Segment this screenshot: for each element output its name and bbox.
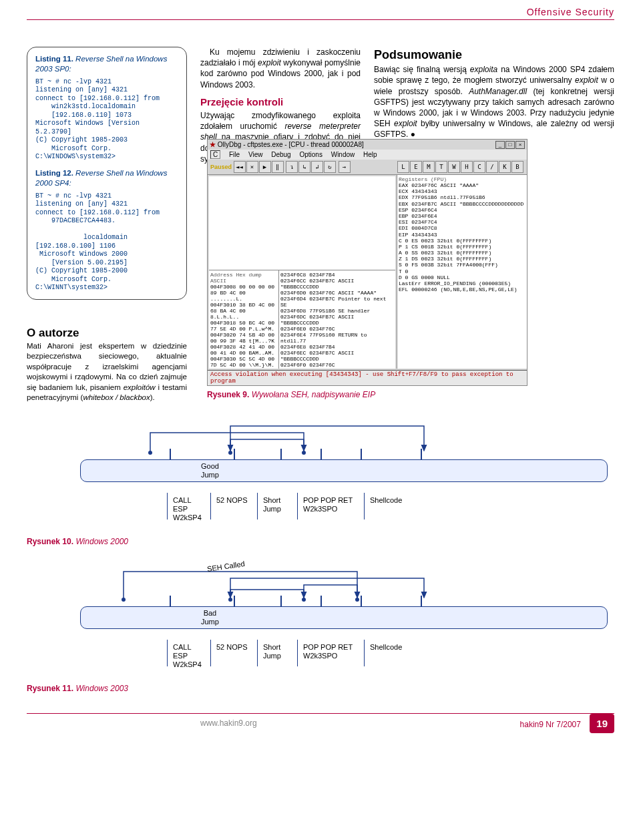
register-line: EDI 0804D7C8	[399, 225, 525, 231]
window-buttons: _□×	[495, 140, 525, 149]
stack-line: 0234F6F0 0234F76C	[280, 362, 394, 368]
ollydbg-screenshot: ★ OllyDbg - cftpstes.exe - [CPU - thread…	[207, 139, 527, 386]
svg-point-6	[228, 598, 232, 602]
toolbar-letter: H	[461, 161, 473, 173]
listing-11-box: Listing 11. Reverse Shell na Windows 200…	[27, 47, 187, 300]
r-em1: exploita	[470, 65, 497, 74]
diagram-entry: ShortJump	[257, 640, 297, 666]
stack-line: 0234F6D0 0234F76C ASCII "AAAA"	[280, 290, 394, 296]
stack-line: 0234F6CC 0234FB7C ASCII "BBBBCCCCDDD	[280, 278, 394, 290]
r-em2: exploit	[575, 75, 598, 85]
stack-line: 0234F6E4 77F95160 RETURN to ntdll.77	[280, 332, 394, 344]
footer-pagenum: 19	[590, 714, 614, 733]
register-line: S 0 FS 003B 32bit 7FFA4000(FFF)	[399, 262, 525, 268]
stack-line: 0234F6C8 0234F7B4	[280, 272, 394, 278]
register-line: ESP 0234F6C4	[399, 207, 525, 213]
fig10-label: Rysunek 10.	[27, 537, 73, 546]
toolbar-letter: B	[511, 161, 523, 173]
diagram-entry: POP POP RETW2k3SPO	[297, 493, 364, 519]
hex-line: 004F3018 50 BC 4C 00 77 5E 4D 00 P.L.w^M…	[210, 320, 277, 332]
diagram-entry: POP POP RETW2k3SPO	[297, 640, 364, 666]
svg-point-5	[302, 598, 306, 602]
diagram-entry: 52 NOPS	[210, 640, 257, 666]
svg-point-1	[302, 451, 306, 455]
svg-point-3	[122, 598, 126, 602]
hex-line: 004F3038 BB 5E 4D 00 00 1A 40 E8 .^M...@…	[210, 368, 277, 369]
footer-url: www.hakin9.org	[200, 718, 257, 728]
seh-called-label: SEH Called	[206, 560, 245, 573]
register-line: A 0 SS 0023 32bit 0(FFFFFFFF)	[399, 250, 525, 256]
about-author-heading: O autorze	[27, 327, 187, 340]
footer-issue: hakin9 Nr 7/2007	[520, 720, 581, 729]
stack-line: 0234F6EC 0234FB7C ASCII "BBBBCCCCDDD	[280, 350, 394, 362]
r-em4: exploit	[394, 119, 417, 128]
ollydbg-menubar: C File View Debug Options Window Help	[208, 150, 527, 160]
register-line: ECX 43434343	[399, 188, 525, 194]
about-author-em-1: exploitów	[124, 383, 156, 391]
register-line: C 0 ES 0023 32bit 0(FFFFFFFF)	[399, 238, 525, 244]
diagram-win2000: Good Jump CALL ESPW2kSP452 NOPSShortJump…	[27, 413, 614, 533]
bad-jump-label: Bad Jump	[201, 609, 219, 626]
diagram-win2003: SEH Called Bad Jump CALL ESPW2kSP452 NOP…	[27, 560, 614, 680]
registers-header: Registers (FPU)	[399, 176, 525, 182]
toolbar-icon: ◄◄	[234, 161, 246, 173]
about-author-text-3: ).	[150, 393, 155, 401]
toolbar-letter: C	[473, 161, 485, 173]
toolbar-letter: K	[499, 161, 511, 173]
r-p1a: Bawiąc się finalną wersją	[374, 65, 470, 74]
mid-p1-em: exploit	[258, 58, 281, 67]
register-line: Z 1 DS 0023 32bit 0(FFFFFFFF)	[399, 256, 525, 262]
hex-line: 004F3020 74 5B 4D 00 00 99 3F 4B t[M...?…	[210, 332, 277, 344]
fig9-caption: Wywołana SEH, nadpisywanie EIP	[252, 390, 375, 399]
listing-12-label: Listing 12.	[35, 169, 73, 177]
about-author-em-2: whitebox / blackbox	[83, 393, 150, 401]
ollydbg-paused: Paused	[210, 164, 232, 170]
register-line: LastErr ERROR_IO_PENDING (000003E5)	[399, 280, 525, 286]
section-podsumowanie: Podsumowanie	[374, 47, 614, 63]
register-line: EDX 77F951B6 ntdll.77F951B6	[399, 194, 525, 200]
register-line: EIP 43434343	[399, 232, 525, 238]
good-jump-label: Good Jump	[201, 462, 219, 479]
toolbar-letter: T	[435, 161, 447, 173]
ollydbg-title: OllyDbg - cftpstes.exe - [CPU - thread 0…	[218, 141, 364, 148]
fig11-label: Rysunek 11.	[27, 684, 73, 693]
hex-line: 004F3008 00 00 00 00 89 BD 4C 00 .......…	[210, 284, 277, 302]
diagram-entry: Shellcode	[364, 640, 608, 666]
svg-point-2	[228, 451, 232, 455]
svg-point-0	[148, 451, 152, 455]
toolbar-letter: E	[410, 161, 422, 173]
toolbar-letter: L	[397, 161, 409, 173]
diagram-entry: 52 NOPS	[210, 493, 257, 519]
fig11-caption: Windows 2003	[75, 684, 128, 693]
listing-12-code: BT ~ # nc -lvp 4321 listening on [any] 4…	[35, 192, 178, 292]
hex-line: 004F3028 42 41 4D 00 00 41 4D 00 BAM..AM…	[210, 344, 277, 356]
fig10-caption: Windows 2000	[75, 537, 128, 546]
toolbar-letter: M	[423, 161, 435, 173]
diagram-entry: CALL ESPW2kSP4	[167, 493, 210, 519]
section-przejecie: Przejęcie kontroli	[200, 95, 361, 109]
diagram-entry: Shellcode	[364, 493, 608, 519]
toolbar-letter: /	[486, 161, 498, 173]
header-title: Offensive Security	[27, 7, 614, 20]
stack-line: 0234F6D4 0234FB7C Pointer to next SE	[280, 296, 394, 308]
ollydbg-status: Access violation when executing [4343434…	[208, 370, 527, 385]
register-line: EFL 00000246 (NO,NB,E,BE,NS,PE,GE,LE)	[399, 286, 525, 292]
register-line: T 0	[399, 268, 525, 274]
register-line: P 1 CS 001B 32bit 0(FFFFFFFF)	[399, 244, 525, 250]
about-author-box: O autorze Mati Aharoni jest ekspertem w …	[27, 327, 187, 403]
register-line: EBX 0234FB7C ASCII "BBBBCCCCDDDDDDDDDDD	[399, 201, 525, 207]
toolbar-letter: W	[448, 161, 460, 173]
r-em3: AuthManager.dll	[469, 87, 527, 96]
fig9-label: Rysunek 9.	[207, 390, 249, 399]
register-line: EAX 0234F76C ASCII "AAAA"	[399, 182, 525, 188]
diagram-entry: ShortJump	[257, 493, 297, 519]
register-line: ESI 0234F7C4	[399, 219, 525, 225]
diagram-entry: CALL ESPW2kSP4	[167, 640, 210, 666]
ollydbg-letters: LEMTWHC/KB	[397, 161, 524, 173]
register-line: D 0 GS 0000 NULL	[399, 274, 525, 280]
stack-line: 0234F6D8 77F951B6 SE handler	[280, 308, 394, 314]
svg-point-4	[355, 598, 359, 602]
stack-line: 0234F6DC 0234FB7C ASCII "BBBBCCCCDDD	[280, 314, 394, 326]
stack-line: 0234F6E0 0234F76C	[280, 326, 394, 332]
hex-line: 004F3030 5C 5C 4D 00 7D 5C 4D 00 \\M.}\M…	[210, 356, 277, 368]
